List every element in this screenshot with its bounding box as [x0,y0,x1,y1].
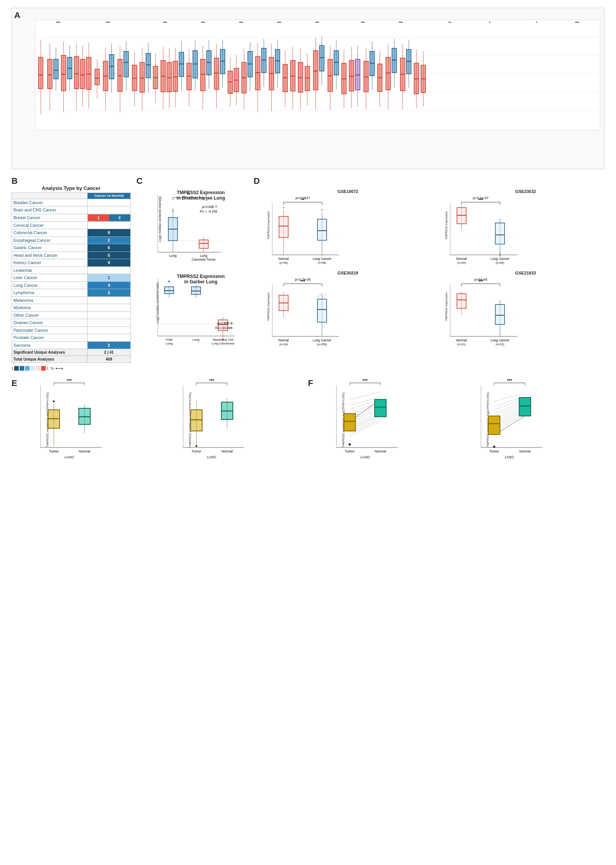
svg-rect-9 [48,59,52,89]
chart-f1-svg: *** 7.5 6 4 2 [336,378,481,471]
table-row: Myeloma [12,304,131,312]
svg-text:Lung Cancer: Lung Cancer [490,257,509,261]
chart-d3-title: GSE30219 [272,271,424,275]
svg-rect-397 [375,399,386,417]
chart-c1-y-label: Log2 median-centered intensity [158,196,162,242]
svg-text:LUAD: LUAD [360,455,370,459]
panel-b: B Analysis Type by Cancer Cancer vs Norm… [12,176,131,371]
svg-text:***: *** [478,198,483,202]
table-row: Gastric Cancer 6 [12,244,131,252]
svg-text:LUAD: LUAD [65,455,74,459]
table-row: Colorectal Cancer 8 [12,229,131,237]
svg-rect-197 [168,218,178,241]
panel-a: A TMPRSS2 Expression Level (log2 TPM) **… [12,8,604,169]
table-row: Lung Cancer 4 [12,281,131,289]
svg-text:Lung Cancer: Lung Cancer [490,338,509,342]
table-row: Lymphoma 2 [12,289,131,297]
svg-rect-30 [95,69,100,85]
svg-rect-48 [140,62,144,92]
svg-text:***: *** [66,378,72,383]
svg-text:Lung Cancer: Lung Cancer [313,257,332,261]
svg-text:***: *** [478,279,483,284]
svg-point-300 [324,296,325,297]
chart-c2-y-label: Log2 median-centered radio [156,283,159,323]
chart-d3-svg: p=3.7e-05 *** 3.2 2.8 2.4 [272,277,445,346]
svg-text:FC=-10.498: FC=-10.498 [215,326,232,330]
svg-text:***: *** [507,378,513,383]
panel-d-grid: GSE10072 p=0.0037 ** 3.3 3.2 3.1 3.0 [254,187,604,345]
panel-c-chart1: TMPRSS2 Expressionin Bhattacharjee Lung … [136,187,248,268]
svg-text:p=3.64E-7: p=3.64E-7 [202,205,218,209]
chart-d4-svg: p=9e-04 *** 3.8 3.4 3.0 [450,277,616,346]
svg-text:Normal: Normal [375,449,386,453]
table-row: Brain and CNS Cancer [12,206,131,214]
svg-text:(n=80): (n=80) [496,261,504,264]
svg-rect-6 [38,57,43,89]
table-row: Leukemia [12,266,131,274]
svg-text:Squamous Cell: Squamous Cell [213,338,233,341]
legend-bar-med-blue [20,366,24,371]
legend-bar-red [41,366,46,371]
svg-rect-123 [314,51,318,90]
svg-text:***: *** [301,279,305,284]
svg-text:Lung: Lung [169,254,177,258]
svg-text:FC = -9.158: FC = -9.158 [200,210,217,213]
svg-point-299 [322,293,323,294]
panel-c: C TMPRSS2 Expressionin Bhattacharjee Lun… [136,176,248,351]
panel-e: E TMPRSS2 expression log2(TPM+0.001) ***… [12,378,308,471]
panel-e-label: E [12,378,17,388]
svg-text:Tumor: Tumor [49,449,59,453]
svg-text:p=1.83E-8: p=1.83E-8 [218,321,233,325]
svg-point-399 [349,443,351,446]
svg-rect-42 [124,52,128,77]
svg-point-341 [53,401,55,403]
panel-c-label: C [136,176,143,186]
panel-b-legend: 1 1 % ⟷ [12,365,131,371]
svg-rect-220 [191,287,201,294]
svg-rect-360 [191,410,202,431]
svg-rect-250 [317,219,327,240]
svg-text:(n=14): (n=14) [279,343,288,346]
svg-text:(n=293): (n=293) [317,343,327,346]
svg-text:Normal: Normal [278,338,289,342]
chart-d2-title: GSE33532 [450,189,602,194]
chart-f2-svg: *** 7.5 5 2.5 0 -2.5 [481,378,616,471]
chart-d4-title: GSE21933 [450,271,602,275]
svg-point-275 [499,255,501,256]
summary-row-significant: Significant Unique Analyses 2 | 41 [12,349,131,356]
svg-rect-60 [167,62,171,92]
legend-bar-pale-blue [30,366,35,371]
chart-d2-svg: p=3.1e-07 *** 3.1 2.9 2.7 [450,195,616,264]
table-row: Ovarian Cancer [12,319,131,327]
svg-point-298 [320,295,321,296]
svg-rect-27 [86,57,91,90]
svg-text:***: *** [363,378,368,383]
legend-bar-light-blue [25,366,30,371]
svg-rect-216 [164,287,174,294]
svg-text:Tumor: Tumor [490,449,500,453]
table-row: Head and Neck Cancer 5 [12,251,131,259]
chart-d4-y-label: TMPRSS2 expression [445,293,448,321]
svg-rect-51 [146,53,151,78]
table-row: Sarcoma 2 [12,341,131,349]
svg-text:(n=58): (n=58) [318,261,326,264]
cancer-analysis-table: Cancer vs Normal Bladder Cancer Brain an… [12,193,131,363]
panel-d-label: D [254,176,260,186]
chart-d3-y-label: TMPRSS2 expression [267,293,270,321]
svg-rect-126 [319,45,324,71]
svg-rect-246 [279,216,288,238]
svg-point-362 [195,445,197,447]
col-header-cancer-vs-normal: Cancer vs Normal [87,193,130,199]
table-row: Melanoma [12,296,131,304]
chart-e2-svg: *** 10 7.5 5 2.5 T [183,378,325,471]
chart-d3: GSE30219 p=3.7e-05 *** 3.2 2.8 2.4 [254,268,427,345]
svg-text:LUSC: LUSC [505,455,515,459]
chart-f1: TMPRSS2 expression log2(TPM+0.001) *** 7… [315,378,460,471]
svg-rect-201 [199,240,208,248]
svg-rect-99 [256,57,260,90]
svg-rect-153 [386,57,390,90]
svg-point-225 [222,339,224,341]
svg-text:Lung: Lung [193,338,199,341]
chart-c1-title: TMPRSS2 Expressionin Bhattacharjee Lung [158,190,244,201]
svg-point-274 [499,253,501,255]
